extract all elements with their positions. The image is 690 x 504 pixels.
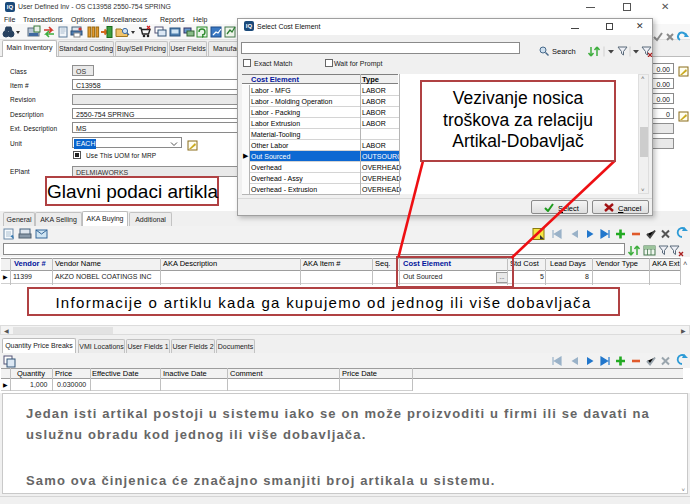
svg-text:Search: Search	[552, 47, 576, 56]
